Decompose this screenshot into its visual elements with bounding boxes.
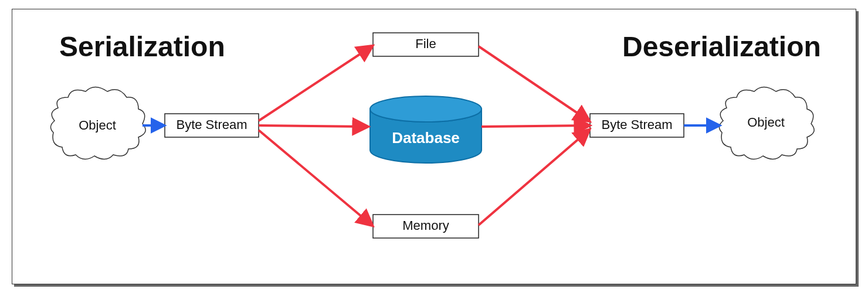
database-cylinder: Database: [370, 96, 482, 163]
object-right-label: Object: [747, 115, 785, 130]
byte-stream-right-box: Byte Stream: [590, 114, 684, 137]
svg-point-2: [370, 96, 482, 122]
file-label: File: [415, 36, 436, 51]
diagram-svg: Serialization Deserialization Object Byt…: [12, 9, 857, 285]
arrow-file-to-bytestream: [479, 46, 589, 121]
heading-deserialization: Deserialization: [622, 31, 821, 62]
object-left-label: Object: [79, 118, 116, 132]
arrow-bytestream-to-database: [259, 125, 367, 127]
memory-box: Memory: [373, 215, 479, 238]
file-box: File: [373, 33, 479, 56]
diagram-frame: Serialization Deserialization Object Byt…: [0, 0, 868, 299]
byte-stream-left-box: Byte Stream: [165, 114, 259, 137]
database-label: Database: [392, 129, 460, 147]
byte-stream-left-label: Byte Stream: [176, 117, 247, 132]
object-right-cloud: Object: [719, 87, 814, 159]
arrow-database-to-bytestream: [482, 125, 589, 127]
object-left-cloud: Object: [50, 87, 145, 159]
heading-serialization: Serialization: [59, 31, 225, 62]
arrow-bytestream-to-memory: [259, 130, 372, 225]
arrow-bytestream-to-file: [259, 46, 372, 121]
byte-stream-right-label: Byte Stream: [601, 117, 672, 132]
diagram-border: Serialization Deserialization Object Byt…: [12, 9, 856, 284]
arrow-memory-to-bytestream: [479, 130, 589, 225]
memory-label: Memory: [402, 218, 449, 233]
